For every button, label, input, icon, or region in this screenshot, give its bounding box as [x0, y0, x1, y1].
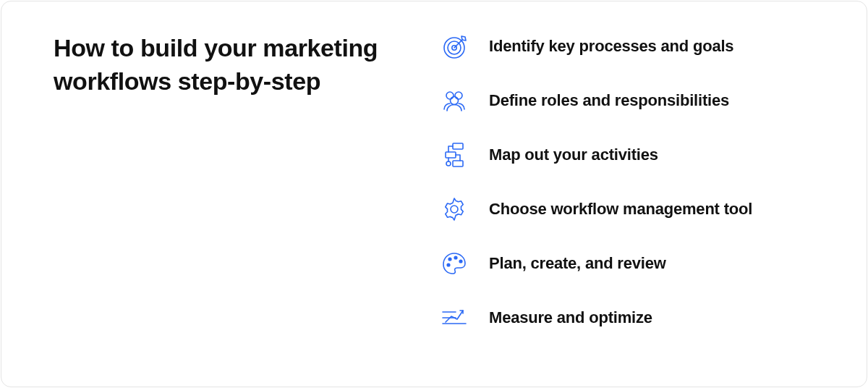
- svg-rect-7: [453, 143, 463, 149]
- svg-point-5: [455, 92, 462, 99]
- gear-icon: [440, 195, 469, 224]
- info-card: How to build your marketing workflows st…: [1, 1, 867, 387]
- step-label: Identify key processes and goals: [489, 37, 733, 56]
- step-label: Measure and optimize: [489, 308, 652, 327]
- flow-icon: [440, 140, 469, 169]
- list-item: Map out your activities: [440, 140, 820, 169]
- svg-point-15: [447, 263, 450, 266]
- steps-list: Identify key processes and goals Define …: [411, 32, 820, 356]
- svg-point-12: [448, 258, 451, 261]
- page-title: How to build your marketing workflows st…: [54, 32, 393, 98]
- list-item: Measure and optimize: [440, 303, 820, 332]
- svg-point-10: [446, 161, 451, 166]
- step-label: Map out your activities: [489, 146, 658, 164]
- step-label: Plan, create, and review: [489, 254, 666, 273]
- step-label: Define roles and responsibilities: [489, 91, 729, 110]
- people-icon: [440, 86, 469, 115]
- svg-point-4: [446, 92, 454, 99]
- list-item: Define roles and responsibilities: [440, 86, 820, 115]
- palette-icon: [440, 249, 469, 278]
- svg-point-11: [451, 206, 458, 213]
- svg-rect-9: [453, 161, 463, 166]
- list-item: Choose workflow management tool: [440, 195, 820, 224]
- list-item: Identify key processes and goals: [440, 32, 820, 61]
- svg-point-14: [459, 260, 462, 263]
- step-label: Choose workflow management tool: [489, 200, 752, 219]
- svg-point-13: [454, 256, 457, 259]
- chart-icon: [440, 303, 469, 332]
- target-icon: [440, 32, 469, 61]
- svg-point-6: [451, 97, 459, 105]
- list-item: Plan, create, and review: [440, 249, 820, 278]
- left-column: How to build your marketing workflows st…: [54, 32, 393, 356]
- svg-rect-8: [446, 152, 456, 158]
